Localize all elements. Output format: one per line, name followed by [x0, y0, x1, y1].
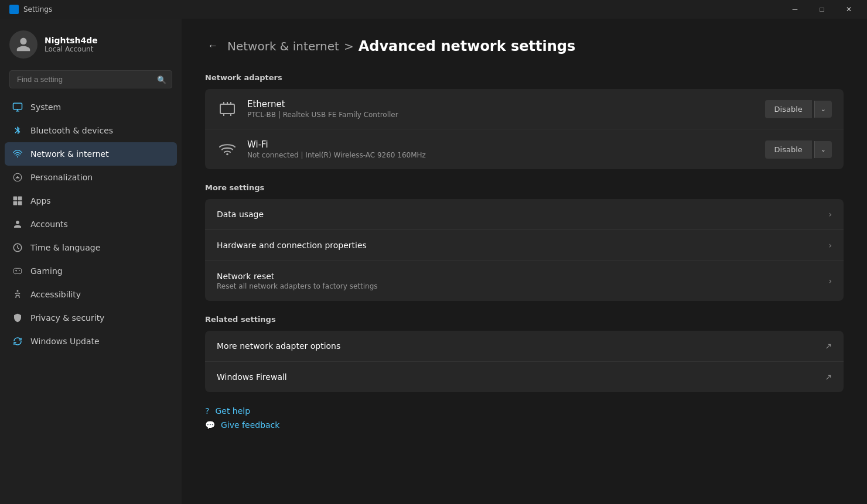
bottom-links: ? Get help 💬 Give feedback [205, 406, 844, 430]
sidebar-item-apps[interactable]: Apps [5, 189, 177, 212]
network-adapters-title: Network adapters [205, 73, 844, 82]
main-content: ← Network & internet > Advanced network … [182, 19, 867, 504]
sidebar-item-accounts[interactable]: Accounts [5, 212, 177, 236]
svg-rect-7 [18, 201, 22, 205]
ethernet-expand-button[interactable]: ⌄ [814, 101, 832, 118]
user-section: Nightsh4de Local Account [0, 19, 182, 68]
more-adapter-options-row[interactable]: More network adapter options ↗ [205, 331, 844, 362]
sidebar-item-personalization[interactable]: Personalization [5, 166, 177, 189]
sidebar-item-accounts-label: Accounts [30, 220, 68, 229]
get-help-label: Get help [215, 406, 250, 416]
give-feedback-link[interactable]: 💬 Give feedback [205, 420, 844, 430]
sidebar-item-personalization-label: Personalization [30, 173, 93, 182]
accessibility-icon [12, 289, 23, 300]
ethernet-actions: Disable ⌄ [765, 100, 832, 118]
close-button[interactable]: ✕ [835, 0, 862, 19]
settings-app-icon [9, 5, 19, 14]
sidebar-item-bluetooth-label: Bluetooth & devices [30, 126, 113, 135]
windows-firewall-row[interactable]: Windows Firewall ↗ [205, 362, 844, 392]
update-icon [12, 335, 23, 347]
network-reset-desc: Reset all network adapters to factory se… [217, 282, 378, 290]
bluetooth-icon [12, 125, 23, 136]
more-settings-section: More settings Data usage › Hardware and … [205, 183, 844, 301]
personalization-icon [12, 172, 23, 183]
ethernet-disable-button[interactable]: Disable [765, 100, 812, 118]
give-feedback-label: Give feedback [221, 420, 279, 430]
wifi-actions: Disable ⌄ [765, 140, 832, 159]
sidebar-item-system-label: System [30, 102, 61, 112]
sidebar-item-network[interactable]: Network & internet [5, 142, 177, 166]
sidebar-item-gaming-label: Gaming [30, 266, 63, 276]
ethernet-icon [217, 98, 238, 119]
apps-icon [12, 195, 23, 207]
sidebar-item-bluetooth[interactable]: Bluetooth & devices [5, 119, 177, 142]
breadcrumb-separator: > [344, 39, 354, 53]
back-button[interactable]: ← [205, 37, 220, 54]
network-reset-chevron: › [828, 276, 832, 286]
svg-rect-0 [13, 103, 22, 109]
nav-items: System Bluetooth & devices Networ [0, 93, 182, 499]
sidebar-item-accessibility[interactable]: Accessibility [5, 283, 177, 306]
sidebar-item-apps-label: Apps [30, 196, 51, 205]
more-settings-list: Data usage › Hardware and connection pro… [205, 199, 844, 301]
search-input[interactable] [9, 70, 172, 88]
minimize-button[interactable]: ─ [781, 0, 808, 19]
data-usage-row[interactable]: Data usage › [205, 199, 844, 230]
ethernet-name: Ethernet [247, 99, 756, 109]
gaming-icon [12, 265, 23, 277]
sidebar-item-time-label: Time & language [30, 243, 100, 252]
breadcrumb-current: Advanced network settings [359, 38, 576, 54]
hardware-connection-title: Hardware and connection properties [217, 241, 367, 250]
avatar [9, 30, 37, 59]
network-reset-row[interactable]: Network reset Reset all network adapters… [205, 261, 844, 301]
wifi-name: Wi-Fi [247, 139, 756, 150]
sidebar: Nightsh4de Local Account 🔍 System Blueto… [0, 19, 182, 504]
related-settings-section: Related settings More network adapter op… [205, 315, 844, 392]
titlebar-controls: ─ □ ✕ [781, 0, 862, 19]
breadcrumb-parent[interactable]: Network & internet [227, 39, 339, 53]
get-help-icon: ? [205, 406, 209, 416]
user-type: Local Account [45, 45, 98, 53]
search-icon: 🔍 [157, 75, 166, 84]
sidebar-item-privacy[interactable]: Privacy & security [5, 306, 177, 330]
hardware-connection-row[interactable]: Hardware and connection properties › [205, 230, 844, 261]
time-icon [12, 242, 23, 253]
sidebar-item-update[interactable]: Windows Update [5, 330, 177, 353]
windows-firewall-title: Windows Firewall [217, 372, 287, 382]
sidebar-item-time[interactable]: Time & language [5, 236, 177, 259]
data-usage-chevron: › [828, 210, 832, 219]
svg-rect-10 [220, 104, 234, 114]
wifi-desc: Not connected | Intel(R) Wireless-AC 926… [247, 151, 756, 159]
wifi-adapter-row: Wi-Fi Not connected | Intel(R) Wireless-… [205, 129, 844, 169]
sidebar-item-system[interactable]: System [5, 95, 177, 119]
search-box: 🔍 [9, 70, 172, 88]
sidebar-item-network-label: Network & internet [30, 149, 109, 159]
accounts-icon [12, 218, 23, 230]
svg-point-9 [17, 290, 19, 292]
get-help-link[interactable]: ? Get help [205, 406, 844, 416]
sidebar-item-gaming[interactable]: Gaming [5, 259, 177, 283]
wifi-info: Wi-Fi Not connected | Intel(R) Wireless-… [247, 139, 756, 159]
titlebar-title: Settings [23, 5, 52, 13]
breadcrumb: ← Network & internet > Advanced network … [205, 37, 844, 54]
user-name: Nightsh4de [45, 36, 98, 45]
more-adapter-options-title: More network adapter options [217, 341, 340, 351]
ethernet-desc: PTCL-BB | Realtek USB FE Family Controll… [247, 111, 756, 119]
sidebar-item-update-label: Windows Update [30, 337, 100, 346]
network-reset-title: Network reset [217, 272, 378, 281]
titlebar-left: Settings [9, 5, 52, 14]
titlebar: Settings ─ □ ✕ [0, 0, 867, 19]
sidebar-item-accessibility-label: Accessibility [30, 290, 81, 299]
network-adapters-list: Ethernet PTCL-BB | Realtek USB FE Family… [205, 89, 844, 169]
svg-rect-5 [18, 197, 22, 201]
privacy-icon [12, 312, 23, 324]
user-info: Nightsh4de Local Account [45, 36, 98, 53]
network-icon [12, 148, 23, 160]
svg-rect-4 [13, 197, 18, 201]
more-settings-title: More settings [205, 183, 844, 192]
windows-firewall-ext-icon: ↗ [825, 372, 832, 382]
wifi-expand-button[interactable]: ⌄ [814, 141, 832, 158]
ethernet-info: Ethernet PTCL-BB | Realtek USB FE Family… [247, 99, 756, 119]
wifi-disable-button[interactable]: Disable [765, 140, 812, 159]
maximize-button[interactable]: □ [808, 0, 835, 19]
